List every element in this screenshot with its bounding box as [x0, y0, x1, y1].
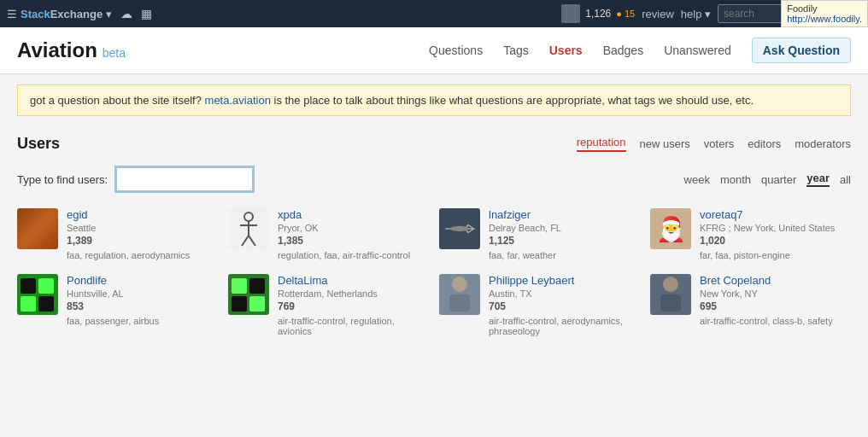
nav-badges[interactable]: Badges: [603, 44, 643, 57]
location-lnafziger: Delray Beach, FL: [489, 223, 561, 233]
user-details-xpda: xpda Pryor, OK 1,385 regulation, faa, ai…: [278, 208, 410, 260]
user-card-pondlife: Pondlife Huntsville, AL 853 faa, passeng…: [17, 274, 218, 336]
svg-point-0: [244, 213, 253, 221]
username-deltalima[interactable]: DeltaLima: [278, 274, 429, 287]
site-header: Aviation beta Questions Tags Users Badge…: [0, 27, 868, 74]
nav-unanswered[interactable]: Unanswered: [664, 44, 731, 57]
banner-text-before: got a question about the site itself?: [30, 94, 202, 107]
chevron-down-icon: ▾: [106, 8, 112, 20]
hamburger-icon: ☰: [7, 8, 17, 20]
nav-questions[interactable]: Questions: [429, 44, 483, 57]
tags-bret: air-traffic-control, class-b, safety: [700, 316, 833, 326]
user-card-voretaq7: 🎅 voretaq7 KFRG ; New York, United State…: [650, 208, 851, 260]
time-quarter[interactable]: quarter: [761, 173, 796, 186]
find-users-label: Type to find users:: [17, 173, 108, 186]
location-pondlife: Huntsville, AL: [67, 288, 159, 299]
username-xpda[interactable]: xpda: [278, 208, 410, 221]
ask-question-button[interactable]: Ask Question: [752, 38, 851, 63]
location-philippe: Austin, TX: [489, 288, 640, 299]
tab-reputation[interactable]: reputation: [577, 136, 626, 152]
user-details-philippe: Philippe Leybaert Austin, TX 705 air-tra…: [489, 274, 640, 336]
tab-editors[interactable]: editors: [748, 137, 781, 150]
rep-bret: 695: [700, 300, 833, 312]
time-all[interactable]: all: [840, 173, 851, 186]
time-year[interactable]: year: [806, 172, 830, 187]
users-grid: egid Seattle 1,389 faa, regulation, aero…: [17, 198, 851, 347]
user-info: 1,126 ● 15: [561, 4, 635, 23]
achievements-icon[interactable]: ▦: [141, 7, 152, 20]
tab-voters[interactable]: voters: [704, 137, 734, 150]
tab-moderators[interactable]: moderators: [795, 137, 851, 150]
username-voretaq7[interactable]: voretaq7: [700, 208, 835, 221]
person-icon-bret: [654, 274, 688, 315]
time-week[interactable]: week: [684, 173, 710, 186]
avatar-bret: [650, 274, 691, 315]
username-pondlife[interactable]: Pondlife: [67, 274, 159, 287]
avatar-deltalima: [228, 274, 269, 315]
users-header: Users reputation new users voters editor…: [17, 126, 851, 160]
user-card-lnafziger: lnafziger Delray Beach, FL 1,125 faa, fa…: [439, 208, 640, 260]
time-month[interactable]: month: [720, 173, 751, 186]
user-details-pondlife: Pondlife Huntsville, AL 853 faa, passeng…: [67, 274, 159, 326]
review-link[interactable]: review: [642, 8, 674, 20]
user-reputation: 1,126: [585, 8, 611, 20]
filter-tabs: reputation new users voters editors mode…: [577, 136, 851, 152]
username-lnafziger[interactable]: lnafziger: [489, 208, 561, 221]
find-users-input[interactable]: [116, 167, 253, 191]
banner-text-after: is the place to talk about things like w…: [274, 94, 754, 107]
svg-point-7: [663, 277, 678, 292]
nav-users[interactable]: Users: [549, 44, 583, 57]
user-card-egid: egid Seattle 1,389 faa, regulation, aero…: [17, 208, 218, 260]
help-link[interactable]: help: [681, 8, 711, 20]
rep-deltalima: 769: [278, 300, 429, 312]
avatar-voretaq7: 🎅: [650, 208, 691, 249]
meta-aviation-link[interactable]: meta.aviation: [205, 94, 271, 107]
svg-rect-8: [660, 294, 681, 312]
username-philippe[interactable]: Philippe Leybaert: [489, 274, 640, 287]
avatar-pondlife: [17, 274, 58, 315]
location-egid: Seattle: [67, 223, 190, 233]
svg-line-3: [242, 236, 249, 246]
user-card-deltalima: DeltaLima Rotterdam, Netherlands 769 air…: [228, 274, 429, 336]
location-deltalima: Rotterdam, Netherlands: [278, 288, 429, 299]
avatar-xpda: [228, 208, 269, 249]
brand-logo: StackExchange: [21, 8, 103, 20]
tooltip-link[interactable]: http://www.foodily.: [787, 14, 862, 24]
avatar-lnafziger: [439, 208, 480, 249]
nav-left: ☰ StackExchange ▾ ☁ ▦: [7, 7, 152, 20]
time-links: week month quarter year all: [684, 172, 851, 187]
username-egid[interactable]: egid: [67, 208, 190, 221]
user-details-egid: egid Seattle 1,389 faa, regulation, aero…: [67, 208, 190, 260]
top-navigation: ☰ StackExchange ▾ ☁ ▦ 1,126 ● 15 review …: [0, 0, 868, 27]
tags-lnafziger: faa, far, weather: [489, 250, 561, 260]
main-content: Users reputation new users voters editor…: [0, 126, 868, 347]
info-banner: got a question about the site itself? me…: [17, 84, 851, 116]
svg-line-4: [249, 236, 255, 246]
user-card-philippe: Philippe Leybaert Austin, TX 705 air-tra…: [439, 274, 640, 336]
tags-deltalima: air-traffic-control, regulation, avionic…: [278, 316, 429, 336]
user-details-lnafziger: lnafziger Delray Beach, FL 1,125 faa, fa…: [489, 208, 561, 260]
username-bret[interactable]: Bret Copeland: [700, 274, 833, 287]
avatar-philippe: [439, 274, 480, 315]
location-xpda: Pryor, OK: [278, 223, 410, 233]
rep-pondlife: 853: [67, 300, 159, 312]
tags-pondlife: faa, passenger, airbus: [67, 316, 159, 326]
tags-voretaq7: far, faa, piston-engine: [700, 250, 835, 260]
user-details-bret: Bret Copeland New York, NY 695 air-traff…: [700, 274, 833, 326]
nav-tags[interactable]: Tags: [503, 44, 529, 57]
user-card-bret: Bret Copeland New York, NY 695 air-traff…: [650, 274, 851, 336]
rep-egid: 1,389: [67, 235, 190, 247]
svg-rect-6: [449, 294, 470, 312]
site-name: Aviation: [17, 38, 97, 62]
tab-new-users[interactable]: new users: [640, 137, 690, 150]
stackexchange-button[interactable]: ☰ StackExchange ▾: [7, 8, 112, 20]
tags-xpda: regulation, faa, air-traffic-control: [278, 250, 410, 260]
inbox-icon[interactable]: ☁: [120, 7, 132, 20]
svg-point-5: [452, 277, 467, 292]
plane-icon: [443, 216, 477, 242]
rep-voretaq7: 1,020: [700, 235, 835, 247]
location-bret: New York, NY: [700, 288, 833, 299]
time-filter-row: Type to find users: week month quarter y…: [17, 160, 851, 198]
tags-philippe: air-traffic-control, aerodynamics, phras…: [489, 316, 640, 336]
user-gold-badge: ● 15: [616, 9, 635, 19]
